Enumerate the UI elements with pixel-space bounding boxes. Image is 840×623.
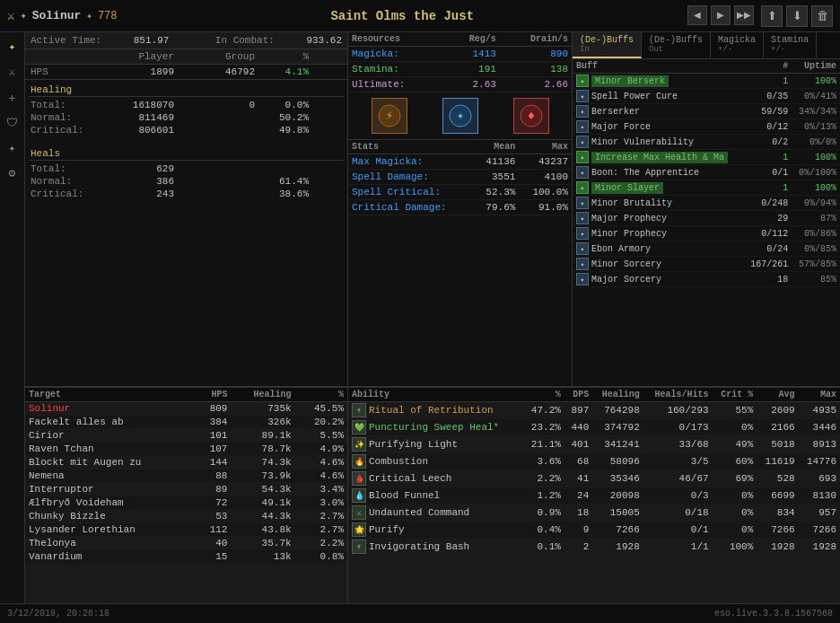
ability-item-name: Critical Leech — [369, 473, 451, 484]
target-healing: 73.9k — [231, 469, 294, 483]
sidebar-settings-icon[interactable]: ⚙ — [7, 164, 18, 182]
ability-max: 3446 — [799, 419, 840, 436]
buff-item-name: Minor Sorcery — [591, 259, 661, 269]
ability-row: 🔥Combustion3.6%68580963/560%1161914776 — [348, 453, 840, 470]
abilities-header: Ability % DPS Healing Heals/Hits Crit % … — [348, 388, 840, 402]
buff-count: 1 — [743, 150, 792, 165]
buff-name-cell: ✦Spell Power Cure — [576, 90, 739, 102]
buff-item-name: Major Force — [591, 122, 651, 132]
buffs-scroll[interactable]: Buff # Uptime ✦Minor Berserk1100%✦Spell … — [573, 59, 840, 386]
heals-total-val: 629 — [93, 163, 174, 174]
buff-item-icon: ✦ — [576, 273, 589, 285]
leech-icon-svg: ♦ — [518, 102, 545, 129]
target-name: Raven Tchan — [25, 443, 196, 456]
ability-avg: 5018 — [757, 436, 798, 453]
ability-heals-hits: 0/18 — [643, 505, 713, 522]
abilities-col-pct: % — [523, 388, 564, 402]
ability-avg: 7266 — [757, 522, 798, 539]
ability-max: 957 — [799, 505, 840, 522]
targets-header: Target HPS Healing % — [25, 388, 347, 402]
tab-magicka[interactable]: Magicka +/- — [711, 32, 764, 58]
buff-count: 0/35 — [743, 89, 792, 104]
tab-debuffs-out-label: (De-)Buffs — [649, 35, 703, 45]
bottom-panels: Target HPS Healing % Solinur809735k45.5%… — [25, 387, 840, 603]
spell-dmg-mean: 3551 — [474, 170, 519, 185]
target-healing: 54.3k — [231, 483, 294, 496]
col-pct: % — [255, 51, 309, 62]
ability-healing: 764298 — [592, 402, 643, 419]
nav-prev[interactable]: ◀ — [687, 5, 707, 25]
sidebar-shield-icon[interactable]: 🛡 — [4, 115, 20, 132]
svg-text:✦: ✦ — [456, 109, 464, 123]
buff-row: ✦Major Prophecy2987% — [573, 211, 840, 226]
sidebar-add-icon[interactable]: ＋ — [4, 88, 20, 108]
ability-item-icon: 💚 — [352, 420, 366, 434]
spell-crit-label: Spell Critical: — [348, 185, 474, 200]
target-healing: 74.3k — [231, 456, 294, 469]
heals-crit-pct: 38.6% — [255, 189, 309, 199]
main-content: ✦ ⚔ ＋ 🛡 ✦ ⚙ Active Time: 851.97 In Comba… — [0, 32, 840, 603]
ability-dps: 24 — [564, 487, 592, 505]
sidebar-sword-icon[interactable]: ⚔ — [7, 63, 18, 81]
healing-title: Healing — [29, 83, 344, 97]
spell-crit-max: 100.0% — [519, 185, 572, 200]
buff-name-cell: ✦Major Prophecy — [576, 212, 739, 224]
action-download[interactable]: ⬇ — [786, 5, 808, 27]
buff-row: ✦Minor Slayer1100% — [573, 180, 840, 196]
ability-dps: 2 — [564, 539, 592, 556]
buff-item-icon: ✦ — [576, 227, 589, 240]
nav-next[interactable]: ▶ — [711, 5, 731, 25]
spell-dmg-max: 4100 — [519, 170, 572, 185]
buff-item-name: Berserker — [591, 107, 640, 117]
sidebar-compass-icon[interactable]: ✦ — [7, 139, 18, 157]
tab-debuffs-in[interactable]: (De-)Buffs In — [573, 32, 642, 58]
ability-row: ⚡Ritual of Retribution47.2%897764298160/… — [348, 402, 840, 419]
target-row: Lysander Lorethian11243.8k2.7% — [25, 523, 347, 537]
nav-fast-next[interactable]: ▶▶ — [734, 5, 754, 25]
buff-row: ✦Minor Prophecy0/1120%/86% — [573, 226, 840, 241]
ability-healing: 341241 — [592, 436, 643, 453]
tab-stamina[interactable]: Stamina +/- — [764, 32, 817, 58]
buff-item-name: Spell Power Cure — [591, 92, 678, 101]
top-bar: ⚔ ✦ Solinur ✦ 778 Saint Olms the Just ◀ … — [0, 0, 840, 32]
target-name: Interruptor — [25, 483, 196, 496]
buff-name-cell: ✦Major Force — [576, 120, 739, 133]
ability-dps: 897 — [564, 402, 592, 419]
hps-label: HPS — [31, 66, 93, 77]
ability-icons-row: ⚡ ✦ ♦ — [348, 92, 572, 140]
target-healing: 13k — [231, 550, 294, 564]
ability-avg: 2609 — [757, 402, 798, 419]
ability-pct: 3.6% — [523, 453, 564, 470]
buff-count: 1 — [743, 180, 792, 196]
stats-table: Stats Mean Max Max Magicka: 41136 43237 … — [348, 140, 572, 215]
tab-debuffs-out[interactable]: (De-)Buffs Out — [642, 32, 711, 58]
heals-title: Heals — [29, 147, 344, 161]
tab-stamina-sub: +/- — [771, 45, 809, 54]
buff-item-name: Minor Brutality — [591, 198, 672, 208]
ability-avg: 11619 — [757, 453, 798, 470]
heals-normal-row: Normal: 386 61.4% — [29, 175, 344, 188]
target-row: Blockt mit Augen zu14474.3k4.6% — [25, 456, 347, 469]
sidebar-healing-icon[interactable]: ✦ — [7, 38, 18, 56]
hps-pct: 4.1% — [255, 66, 309, 77]
ability-crit-pct: 49% — [713, 436, 757, 453]
buff-row: ✦Spell Power Cure0/350%/41% — [573, 89, 840, 104]
action-upload[interactable]: ⬆ — [761, 5, 783, 27]
heals-normal-pct: 61.4% — [255, 176, 309, 187]
buff-item-name: Increase Max Health & Ma — [591, 152, 728, 163]
targets-col-healing: Healing — [231, 388, 294, 402]
target-name: Fackelt alles ab — [25, 416, 196, 429]
heals-crit-row: Critical: 243 38.6% — [29, 188, 344, 200]
magicka-row: Magicka: 1413 890 — [348, 47, 572, 62]
nav-controls[interactable]: ◀ ▶ ▶▶ ⬆ ⬇ 🗑 — [687, 5, 833, 27]
buff-uptime: 34%/34% — [792, 104, 840, 119]
ability-dps: 401 — [564, 436, 592, 453]
buff-item-icon: ✦ — [576, 151, 589, 163]
buff-count: 0/12 — [743, 119, 792, 135]
ability-row: 💚Puncturing Sweep Heal*23.2%4403747920/1… — [348, 419, 840, 436]
heals-normal-label: Normal: — [31, 176, 93, 187]
buff-item-icon: ✦ — [576, 136, 589, 148]
buff-item-name: Major Prophecy — [591, 214, 667, 224]
buff-item-icon: ✦ — [576, 105, 589, 118]
action-delete[interactable]: 🗑 — [811, 5, 833, 27]
